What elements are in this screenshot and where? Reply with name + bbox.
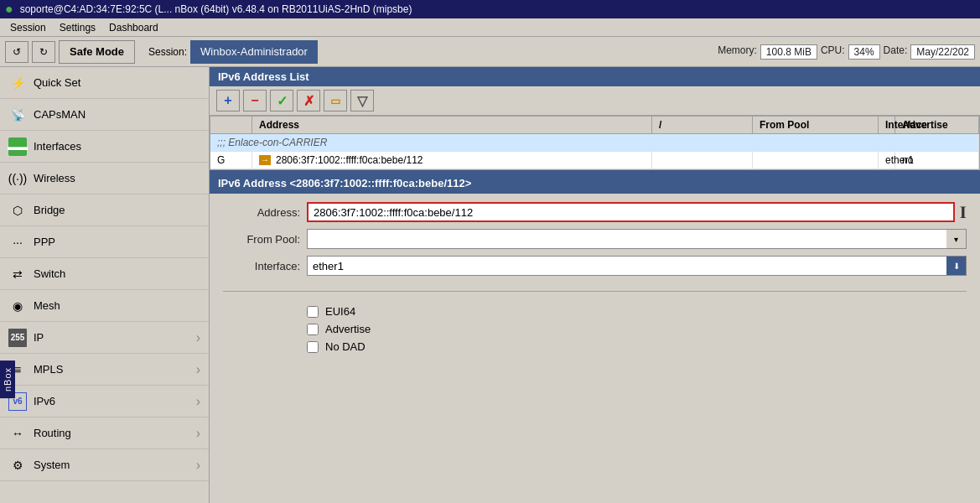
add-button[interactable]: + xyxy=(216,90,240,111)
sidebar-item-label: MPLS xyxy=(34,363,189,376)
table-row[interactable]: ;;; Enlace-con-CARRIER xyxy=(210,134,979,152)
sidebar-item-quick-set[interactable]: ⚡ Quick Set xyxy=(0,67,209,99)
advertise-row: Advertise xyxy=(307,323,967,335)
row-sep xyxy=(652,152,753,169)
sidebar-item-ppp[interactable]: ··· PPP xyxy=(0,226,209,258)
no-dad-label[interactable]: No DAD xyxy=(325,340,366,353)
sidebar-item-mesh[interactable]: ◉ Mesh xyxy=(0,290,209,322)
col-header-advertise: Advertise xyxy=(895,117,979,133)
safe-mode-button[interactable]: Safe Mode xyxy=(59,40,135,64)
interface-select[interactable]: ether1 xyxy=(307,256,967,276)
ipv6-expand-arrow: › xyxy=(196,394,200,409)
advertise-checkbox[interactable] xyxy=(307,324,319,335)
from-pool-select[interactable] xyxy=(307,229,967,249)
address-label: Address: xyxy=(223,206,307,219)
menu-bar: Session Settings Dashboard xyxy=(0,18,980,37)
advertise-label[interactable]: Advertise xyxy=(325,323,371,335)
form-divider xyxy=(223,291,967,292)
date-value: May/22/202 xyxy=(910,44,975,60)
quick-set-icon: ⚡ xyxy=(8,74,27,92)
title-bar: ● soporte@C4:AD:34:7E:92:5C (L... nBox (… xyxy=(0,0,980,18)
table-row[interactable]: G → 2806:3f7:1002::ffff:f0ca:bebe/112 et… xyxy=(210,152,979,169)
remove-button[interactable]: − xyxy=(243,90,267,111)
redo-button[interactable]: ↻ xyxy=(32,41,55,63)
enable-button[interactable]: ✓ xyxy=(270,90,293,111)
comment-text: ;;; Enlace-con-CARRIER xyxy=(210,134,979,151)
ip-expand-arrow: › xyxy=(196,330,200,345)
system-expand-arrow: › xyxy=(196,458,200,473)
address-row: Address: 𝐈 xyxy=(223,202,967,222)
interface-row: Interface: ether1 ⬇ xyxy=(223,256,967,276)
eui64-label[interactable]: EUI64 xyxy=(325,305,355,318)
sidebar-item-label: System xyxy=(34,459,189,471)
routing-icon: ↔ xyxy=(8,424,27,443)
address-input[interactable] xyxy=(307,202,955,222)
sidebar-item-wireless[interactable]: ((·)) Wireless xyxy=(0,163,209,194)
title-bar-text: soporte@C4:AD:34:7E:92:5C (L... nBox (64… xyxy=(20,3,412,15)
toolbar: ↺ ↻ Safe Mode Session: Winbox-Administra… xyxy=(0,37,980,67)
eui64-checkbox[interactable] xyxy=(307,306,319,318)
sidebar-item-routing[interactable]: ↔ Routing › xyxy=(0,417,209,449)
form-dialog: IPv6 Address <2806:3f7:1002::ffff:f0ca:b… xyxy=(210,170,980,503)
disable-button[interactable]: ✗ xyxy=(297,90,320,111)
sidebar-item-label: PPP xyxy=(34,236,200,248)
col-header-from-pool: From Pool xyxy=(753,117,879,133)
sidebar-item-system[interactable]: ⚙ System › xyxy=(0,449,209,481)
sidebar-item-ip[interactable]: 255 IP › xyxy=(0,322,209,354)
sidebar-item-label: IPv6 xyxy=(34,395,189,407)
comment-button[interactable]: ▭ xyxy=(324,90,347,111)
sidebar-item-label: Wireless xyxy=(34,172,200,184)
interface-dropdown-arrow[interactable]: ⬇ xyxy=(946,256,967,276)
session-name: Winbox-Administrador xyxy=(190,40,318,64)
filter-button[interactable]: ▽ xyxy=(350,90,374,111)
sidebar-item-bridge[interactable]: ⬡ Bridge xyxy=(0,194,209,226)
nbox-label: nBox xyxy=(0,360,15,398)
status-area: Memory: 100.8 MiB CPU: 34% Date: May/22/… xyxy=(718,44,975,60)
form-body: Address: 𝐈 From Pool: ▾ Inter xyxy=(210,194,980,291)
wireless-icon: ((·)) xyxy=(8,169,27,188)
capsman-icon: 📡 xyxy=(8,106,27,124)
table-header: Address / From Pool Interface Advertise xyxy=(210,117,979,134)
title-bar-icon: ● xyxy=(5,2,13,17)
mesh-icon: ◉ xyxy=(8,297,27,315)
no-dad-checkbox[interactable] xyxy=(307,341,319,353)
sidebar-item-label: Routing xyxy=(34,427,189,439)
mpls-expand-arrow: › xyxy=(196,362,200,377)
interface-label: Interface: xyxy=(223,260,307,272)
menu-settings[interactable]: Settings xyxy=(53,20,102,35)
ppp-icon: ··· xyxy=(8,233,27,252)
cpu-value: 34% xyxy=(848,44,880,60)
sidebar-item-ipv6[interactable]: v6 IPv6 › xyxy=(0,386,209,417)
row-advertise: no xyxy=(895,152,979,169)
sidebar-item-label: Quick Set xyxy=(34,76,200,89)
cursor-icon: 𝐈 xyxy=(960,203,967,222)
content-area: IPv6 Address List + − ✓ ✗ ▭ ▽ Address / … xyxy=(210,67,980,503)
ip-icon: 255 xyxy=(8,329,27,347)
row-address: → 2806:3f7:1002::ffff:f0ca:bebe/112 xyxy=(252,152,652,169)
routing-expand-arrow: › xyxy=(196,426,200,441)
sidebar-item-capsman[interactable]: 📡 CAPsMAN xyxy=(0,99,209,131)
no-dad-row: No DAD xyxy=(307,340,967,353)
switch-icon: ⇄ xyxy=(8,265,27,283)
ipv6-list-title: IPv6 Address List xyxy=(210,67,980,86)
sidebar-item-label: IP xyxy=(34,331,189,344)
bridge-icon: ⬡ xyxy=(8,201,27,220)
system-icon: ⚙ xyxy=(8,456,27,474)
sidebar-item-mpls[interactable]: ≡ MPLS › xyxy=(0,354,209,386)
sidebar-item-label: Switch xyxy=(34,267,200,280)
undo-button[interactable]: ↺ xyxy=(5,41,29,63)
sidebar-item-label: Bridge xyxy=(34,204,200,216)
checkbox-section: EUI64 Advertise No DAD xyxy=(210,298,980,365)
session-label: Session: xyxy=(148,46,187,58)
cpu-label: CPU: xyxy=(821,44,845,60)
from-pool-label: From Pool: xyxy=(223,233,307,246)
menu-session[interactable]: Session xyxy=(3,20,53,35)
ipv6-address-table: Address / From Pool Interface Advertise … xyxy=(210,116,980,170)
from-pool-row: From Pool: ▾ xyxy=(223,229,967,249)
sidebar-item-interfaces[interactable]: ▬▬ Interfaces xyxy=(0,131,209,163)
menu-dashboard[interactable]: Dashboard xyxy=(102,20,165,35)
row-flag: G xyxy=(210,152,252,169)
memory-label: Memory: xyxy=(718,44,757,60)
sidebar-item-switch[interactable]: ⇄ Switch xyxy=(0,258,209,290)
from-pool-dropdown-arrow[interactable]: ▾ xyxy=(946,229,967,249)
